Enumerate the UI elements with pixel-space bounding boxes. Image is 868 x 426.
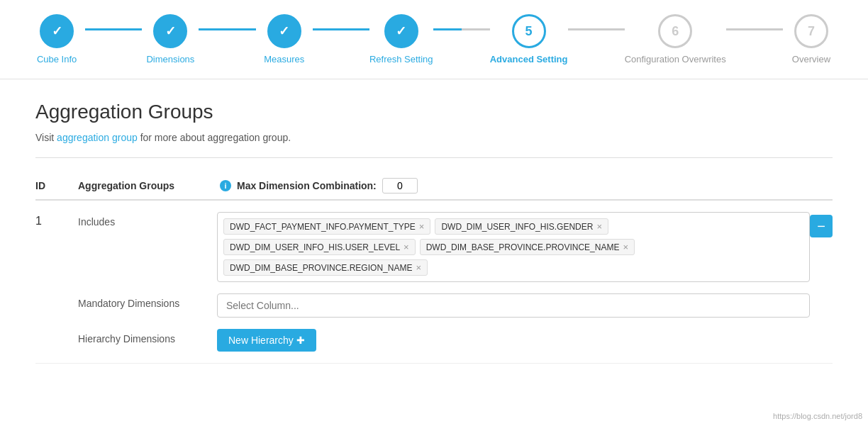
step-1-label: Cube Info <box>37 54 77 65</box>
mandatory-dimensions-input[interactable] <box>217 293 810 318</box>
hierarchy-input-wrapper: New Hierarchy✚ <box>217 329 810 352</box>
subtitle-prefix: Visit <box>35 132 57 143</box>
tag-4-text: DWD_DIM_BASE_PROVINCE.REGION_NAME <box>230 263 412 273</box>
mandatory-section: Mandatory Dimensions <box>78 293 810 318</box>
step-5-label: Advanced Setting <box>490 54 568 65</box>
step-7-circle: 7 <box>794 14 828 48</box>
tag-0-close[interactable]: × <box>419 221 425 232</box>
tag-2-close[interactable]: × <box>404 242 409 252</box>
includes-section: Includes DWD_FACT_PAYMENT_INFO.PAYMENT_T… <box>78 212 810 282</box>
line-2-3 <box>199 28 255 30</box>
page-title: Aggregation Groups <box>35 101 833 123</box>
tags-container: DWD_FACT_PAYMENT_INFO.PAYMENT_TYPE × DWD… <box>217 212 810 282</box>
line-3-4 <box>313 28 369 30</box>
line-1-2 <box>85 28 142 30</box>
row-id: 1 <box>35 212 78 228</box>
mandatory-label: Mandatory Dimensions <box>78 293 206 309</box>
delete-icon: − <box>817 218 825 235</box>
step-cube-info[interactable]: ✓ Cube Info <box>28 14 85 65</box>
divider <box>35 157 833 158</box>
line-4-5 <box>433 28 490 30</box>
includes-label: Includes <box>78 212 206 228</box>
step-4-circle: ✓ <box>384 14 418 48</box>
tag-1-close[interactable]: × <box>596 221 602 232</box>
new-hierarchy-label: New Hierarchy <box>228 335 294 346</box>
hierarchy-label: Hierarchy Dimensions <box>78 329 206 344</box>
tag-3: DWD_DIM_BASE_PROVINCE.PROVINCE_NAME × <box>420 239 635 255</box>
mandatory-input-wrapper <box>217 293 810 318</box>
tag-3-text: DWD_DIM_BASE_PROVINCE.PROVINCE_NAME <box>426 242 620 252</box>
main-content: Aggregation Groups Visit aggregation gro… <box>0 79 868 385</box>
step-3-label: Measures <box>264 54 304 65</box>
step-1-circle: ✓ <box>40 14 74 48</box>
step-2-circle: ✓ <box>153 14 187 48</box>
max-label: Max Dimension Combination: <box>237 180 377 191</box>
step-dimensions[interactable]: ✓ Dimensions <box>142 14 199 65</box>
subtitle: Visit aggregation group for more about a… <box>35 132 833 143</box>
step-5-circle: 5 <box>512 14 546 48</box>
tag-0: DWD_FACT_PAYMENT_INFO.PAYMENT_TYPE × <box>223 218 430 235</box>
stepper: ✓ Cube Info ✓ Dimensions ✓ Measures ✓ Re… <box>0 0 868 79</box>
aggregation-row-1: 1 Includes DWD_FACT_PAYMENT_INFO.PAYMENT… <box>35 201 833 364</box>
step-refresh-setting[interactable]: ✓ Refresh Setting <box>369 14 433 65</box>
col-header-max: i Max Dimension Combination: <box>220 178 418 194</box>
subtitle-suffix: for more about aggregation group. <box>138 132 291 143</box>
tag-4-close[interactable]: × <box>416 262 421 273</box>
tag-0-text: DWD_FACT_PAYMENT_INFO.PAYMENT_TYPE <box>230 222 416 232</box>
step-config-overwrites[interactable]: 6 Configuration Overwrites <box>625 14 726 65</box>
line-6-7 <box>726 28 783 30</box>
tag-2-text: DWD_DIM_USER_INFO_HIS.USER_LEVEL <box>230 242 400 252</box>
new-hierarchy-button[interactable]: New Hierarchy✚ <box>217 329 316 352</box>
tag-3-close[interactable]: × <box>623 242 628 252</box>
step-4-label: Refresh Setting <box>369 54 433 65</box>
step-2-label: Dimensions <box>146 54 194 65</box>
step-measures[interactable]: ✓ Measures <box>256 14 313 65</box>
delete-row-button[interactable]: − <box>810 215 833 237</box>
info-icon[interactable]: i <box>220 180 231 191</box>
row-content: Includes DWD_FACT_PAYMENT_INFO.PAYMENT_T… <box>78 212 810 352</box>
step-6-circle: 6 <box>658 14 692 48</box>
tag-2: DWD_DIM_USER_INFO_HIS.USER_LEVEL × <box>223 239 416 255</box>
step-3-circle: ✓ <box>267 14 301 48</box>
includes-input: DWD_FACT_PAYMENT_INFO.PAYMENT_TYPE × DWD… <box>217 212 810 282</box>
tag-4: DWD_DIM_BASE_PROVINCE.REGION_NAME × <box>223 259 428 276</box>
aggregation-group-link[interactable]: aggregation group <box>57 132 138 143</box>
new-hierarchy-symbol: ✚ <box>296 335 305 346</box>
max-dimension-input[interactable] <box>382 178 418 194</box>
step-7-label: Overview <box>792 54 830 65</box>
hierarchy-section: Hierarchy Dimensions New Hierarchy✚ <box>78 329 810 352</box>
col-header-groups: Aggregation Groups <box>78 180 220 191</box>
step-advanced-setting[interactable]: 5 Advanced Setting <box>490 14 568 65</box>
step-6-label: Configuration Overwrites <box>625 54 726 65</box>
col-header-id: ID <box>35 180 78 191</box>
tag-1: DWD_DIM_USER_INFO_HIS.GENDER × <box>435 218 608 235</box>
tag-1-text: DWD_DIM_USER_INFO_HIS.GENDER <box>441 222 593 232</box>
step-overview[interactable]: 7 Overview <box>783 14 840 65</box>
table-header: ID Aggregation Groups i Max Dimension Co… <box>35 172 833 201</box>
line-5-6 <box>568 28 625 30</box>
